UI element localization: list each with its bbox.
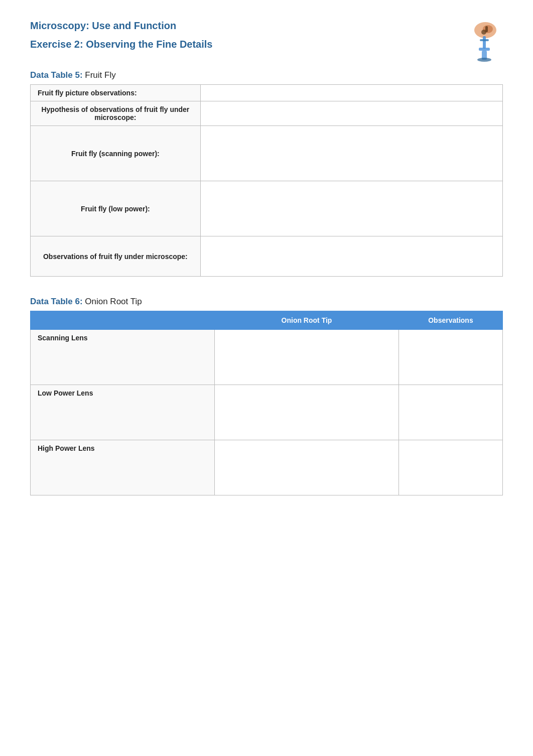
header-section: Microscopy: Use and Function Exercise 2:… [30, 20, 503, 65]
row-label-hypothesis: Hypothesis of observations of fruit fly … [31, 101, 201, 126]
main-title: Microscopy: Use and Function [30, 20, 448, 32]
table5-title-bold: Data Table 5: [30, 70, 83, 80]
row-label-fruit-fly-picture: Fruit fly picture observations: [31, 85, 201, 101]
scanning-lens-onion-root[interactable] [214, 330, 398, 385]
table-row: Fruit fly (low power): [31, 181, 503, 236]
table5-title-normal: Fruit Fly [83, 70, 116, 80]
scanning-lens-observations[interactable] [398, 330, 502, 385]
row-value-observations[interactable] [200, 236, 502, 277]
svg-rect-4 [479, 48, 490, 51]
low-power-lens-onion-root[interactable] [214, 385, 398, 440]
high-power-lens-label: High Power Lens [31, 440, 215, 495]
table5-section-title: Data Table 5: Fruit Fly [30, 70, 503, 80]
col-header-observations: Observations [398, 311, 502, 330]
table-row: Fruit fly picture observations: [31, 85, 503, 101]
row-value-fruit-fly-picture[interactable] [200, 85, 502, 101]
row-value-hypothesis[interactable] [200, 101, 502, 126]
row-value-scanning-power[interactable] [200, 126, 502, 181]
table6-title-bold: Data Table 6: [30, 297, 83, 306]
col-header-blank [31, 311, 215, 330]
table6-section-title: Data Table 6: Onion Root Tip [30, 297, 503, 307]
table6-header-row: Onion Root Tip Observations [31, 311, 503, 330]
high-power-lens-onion-root[interactable] [214, 440, 398, 495]
svg-rect-3 [483, 36, 486, 49]
svg-rect-7 [485, 26, 488, 32]
low-power-lens-label: Low Power Lens [31, 385, 215, 440]
row-label-low-power: Fruit fly (low power): [31, 181, 201, 236]
row-value-low-power[interactable] [200, 181, 502, 236]
microscope-image [458, 20, 503, 65]
table5: Fruit fly picture observations: Hypothes… [30, 84, 503, 277]
table-row: Observations of fruit fly under microsco… [31, 236, 503, 277]
col-header-onion-root-tip: Onion Root Tip [214, 311, 398, 330]
row-label-observations: Observations of fruit fly under microsco… [31, 236, 201, 277]
header-titles: Microscopy: Use and Function Exercise 2:… [30, 20, 448, 60]
table-row: Scanning Lens [31, 330, 503, 385]
exercise-title: Exercise 2: Observing the Fine Details [30, 39, 448, 50]
svg-point-6 [477, 58, 491, 62]
high-power-lens-observations[interactable] [398, 440, 502, 495]
table-row: Low Power Lens [31, 385, 503, 440]
table-row: Hypothesis of observations of fruit fly … [31, 101, 503, 126]
row-label-scanning-power: Fruit fly (scanning power): [31, 126, 201, 181]
table6-title-normal: Onion Root Tip [83, 297, 142, 306]
table6: Onion Root Tip Observations Scanning Len… [30, 311, 503, 495]
svg-rect-8 [480, 39, 489, 41]
table-row: High Power Lens [31, 440, 503, 495]
table-row: Fruit fly (scanning power): [31, 126, 503, 181]
scanning-lens-label: Scanning Lens [31, 330, 215, 385]
low-power-lens-observations[interactable] [398, 385, 502, 440]
